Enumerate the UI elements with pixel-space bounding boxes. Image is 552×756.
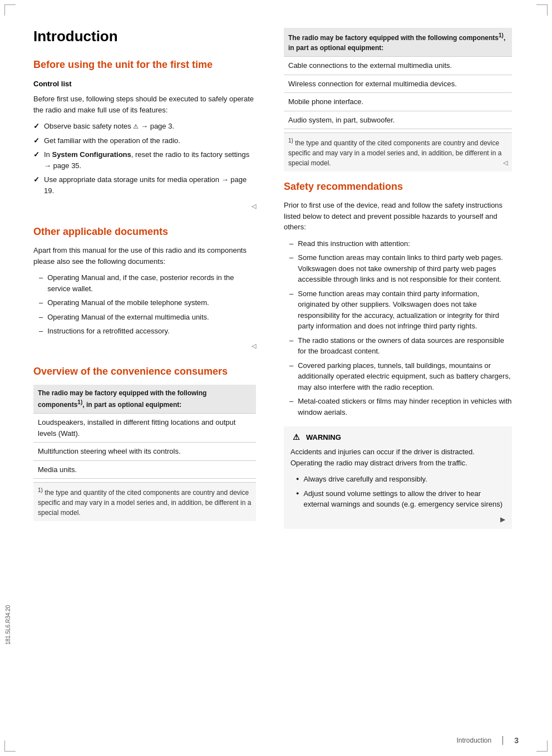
section1-end-marker: ◁ (33, 203, 256, 210)
checklist-item-4: ✓ Use appropriate data storage units for… (33, 174, 256, 196)
right-row-3: Mobile phone interface. (284, 93, 512, 111)
section-overview: Overview of the convenience consumers Th… (33, 365, 256, 521)
checklist-text-2: Get familiar with the operation of the r… (44, 135, 180, 146)
triangle-marker-2: ◁ (252, 342, 256, 350)
safety-item-3: Some function areas may contain third pa… (284, 288, 512, 332)
safety-list: Read this instruction with attention: So… (284, 238, 512, 418)
checklist-item-1: ✓ Observe basic safety notes ⚠ → page 3. (33, 121, 256, 132)
overview-row-1: Loudspeakers, installed in different fit… (33, 414, 256, 443)
right-table-header: The radio may be factory equipped with t… (284, 28, 512, 57)
right-column: The radio may be factory equipped with t… (273, 28, 512, 544)
overview-row-2: Multifunction steering wheel with its co… (33, 443, 256, 461)
safety-item-5: Covered parking places, tunnels, tall bu… (284, 360, 512, 393)
safety-item-4: The radio stations or the owners of data… (284, 335, 512, 357)
overview-footnote: 1) the type and quantity of the cited co… (33, 482, 256, 521)
before-using-heading: Before using the unit for the first time (33, 58, 256, 71)
triangle-marker-1: ◁ (252, 203, 256, 210)
section2-end-marker: ◁ (33, 342, 256, 350)
warning-label: WARNING (306, 433, 341, 441)
warning-next-arrow: ▶ (290, 516, 505, 523)
other-docs-item-2: Operating Manual of the mobile telephone… (33, 297, 256, 308)
footer-page-number: 3 (514, 736, 519, 745)
other-docs-item-1: Operating Manual and, if the case, poste… (33, 272, 256, 294)
right-row-4: Audio system, in part, subwoofer. (284, 111, 512, 130)
checklist-text-1: Observe basic safety notes ⚠ → page 3. (44, 121, 174, 132)
control-list-subheading: Control list (33, 78, 256, 90)
other-docs-item-3-text: Operating Manual of the external multime… (47, 312, 209, 323)
right-components-section: The radio may be factory equipped with t… (284, 28, 512, 171)
safety-item-6: Metal-coated stickers or films may hinde… (284, 396, 512, 418)
other-docs-item-2-text: Operating Manual of the mobile telephone… (47, 297, 209, 308)
corner-mark-tr (536, 4, 548, 16)
warning-intro: Accidents and injuries can occur if the … (290, 446, 505, 468)
checklist-text-4: Use appropriate data storage units for m… (44, 174, 256, 196)
section-other-docs: Other applicable documents Apart from th… (33, 225, 256, 350)
other-docs-intro: Apart from this manual for the use of th… (33, 245, 256, 267)
other-docs-list: Operating Manual and, if the case, poste… (33, 272, 256, 337)
check-mark-1: ✓ (33, 121, 40, 132)
warning-header: ⚠ WARNING (290, 432, 505, 442)
safety-heading: Safety recommendations (284, 180, 512, 193)
left-column: Introduction Before using the unit for t… (33, 28, 273, 544)
footer-right: Introduction 3 (456, 736, 519, 745)
overview-table-wrapper: The radio may be factory equipped with t… (33, 385, 256, 521)
other-docs-item-3: Operating Manual of the external multime… (33, 312, 256, 323)
other-docs-item-4: Instructions for a retrofitted accessory… (33, 326, 256, 337)
side-label: 181.5L6.R34.20 (5, 605, 11, 645)
checklist-item-3: ✓ In System Configurations, reset the ra… (33, 149, 256, 171)
overview-row-3: Media units. (33, 461, 256, 479)
safety-item-2: Some function areas may contain links to… (284, 252, 512, 285)
overview-table-header: The radio may be factory equipped with t… (33, 385, 256, 414)
control-checklist: ✓ Observe basic safety notes ⚠ → page 3.… (33, 121, 256, 196)
right-footnote: 1) the type and quantity of the cited co… (284, 132, 512, 171)
check-mark-3: ✓ (33, 149, 40, 160)
other-docs-item-4-text: Instructions for a retrofitted accessory… (47, 326, 169, 337)
warning-item-2: Adjust sound volume settings to allow th… (290, 488, 505, 510)
right-row-2: Wireless connection for external multime… (284, 75, 512, 94)
safety-item-1: Read this instruction with attention: (284, 238, 512, 249)
triangle-marker-right-top: ◁ (503, 158, 507, 168)
footer-section-label: Introduction (456, 737, 491, 744)
check-mark-4: ✓ (33, 174, 40, 185)
right-row-1: Cable connections to the external multim… (284, 57, 512, 75)
page-footer: Introduction 3 (0, 736, 552, 745)
warning-box: ⚠ WARNING Accidents and injuries can occ… (284, 426, 512, 529)
page-title: Introduction (33, 28, 256, 45)
warning-list: Always drive carefully and responsibly. … (290, 474, 505, 510)
section-before-using: Before using the unit for the first time… (33, 58, 256, 210)
warning-icon: ⚠ (290, 432, 302, 442)
checklist-text-3: In System Configurations, reset the radi… (44, 149, 256, 171)
before-using-intro: Before first use, following steps should… (33, 94, 256, 115)
safety-intro: Prior to first use of the device, read a… (284, 200, 512, 233)
other-docs-heading: Other applicable documents (33, 225, 256, 238)
section-safety: Safety recommendations Prior to first us… (284, 180, 512, 529)
check-mark-2: ✓ (33, 135, 40, 146)
warning-item-1: Always drive carefully and responsibly. (290, 474, 505, 485)
checklist-item-2: ✓ Get familiar with the operation of the… (33, 135, 256, 146)
next-page-arrow: ▶ (500, 516, 505, 523)
other-docs-item-1-text: Operating Manual and, if the case, poste… (47, 272, 256, 294)
corner-mark-tl (4, 4, 16, 16)
overview-heading: Overview of the convenience consumers (33, 365, 256, 378)
footer-separator (502, 736, 503, 745)
